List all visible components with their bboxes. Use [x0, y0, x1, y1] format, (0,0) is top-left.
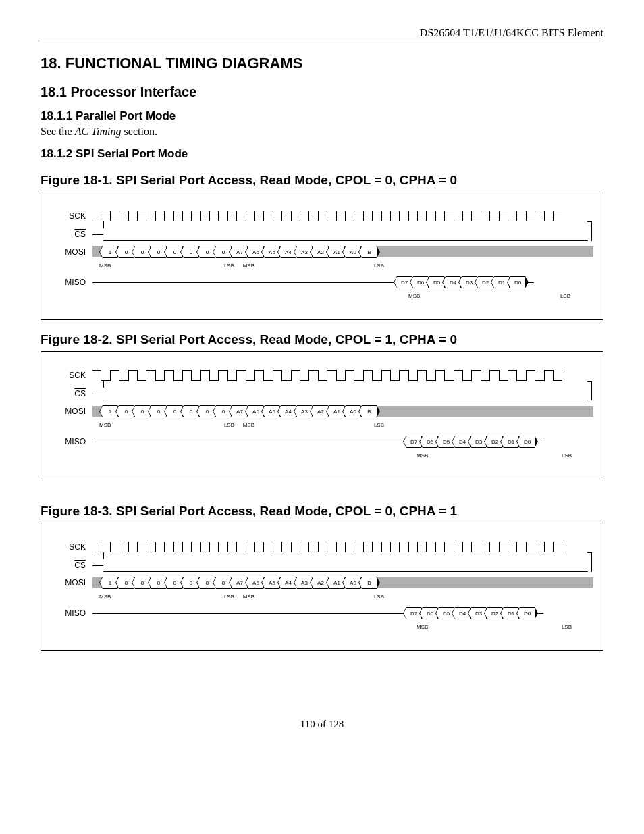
miso-sublabels: MSB LSB	[51, 293, 593, 299]
body-parallel: See the AC Timing section.	[41, 126, 603, 138]
link-ac-timing: AC Timing	[75, 126, 122, 137]
miso-idle	[92, 442, 406, 442]
mosi-bus: 10000000A7A6A5A4A3A2A1A0B	[92, 577, 593, 588]
timing-diagram-1: SCK CS MOSI 10000000A7A6A5A4A3A2A1A0B MS…	[41, 192, 603, 320]
miso-idle	[92, 613, 406, 614]
cs-wave	[103, 228, 588, 241]
label-mosi: MOSI	[51, 247, 92, 257]
heading-18-1-2: 18.1.2 SPI Serial Port Mode	[41, 147, 603, 161]
sck-wave	[92, 209, 593, 224]
fig-18-2-caption: Figure 18-2. SPI Serial Port Access, Rea…	[41, 332, 603, 347]
miso-sublabels: MSB LSB	[51, 452, 593, 459]
cs-wave	[103, 388, 588, 400]
miso-bus: D7D6D5D4D3D2D1D0	[406, 607, 535, 619]
cs-lead	[92, 565, 103, 566]
page-header: DS26504 T1/E1/J1/64KCC BITS Element	[41, 27, 603, 41]
label-cs: CS	[51, 230, 92, 239]
sck-wave	[92, 368, 593, 383]
txt: See the	[41, 126, 75, 137]
mosi-sublabels: MSB LSB MSB LSB	[51, 263, 593, 269]
label-sck: SCK	[51, 371, 92, 380]
heading-18-1-1: 18.1.1 Parallel Port Mode	[41, 109, 603, 123]
label-cs: CS	[51, 389, 92, 398]
txt: section.	[122, 126, 157, 137]
mosi-sublabels: MSB LSB MSB LSB	[51, 594, 593, 600]
cs-lead	[92, 234, 103, 235]
miso-bus: D7D6D5D4D3D2D1D0	[396, 276, 526, 288]
fig-18-3-caption: Figure 18-3. SPI Serial Port Access, Rea…	[41, 504, 603, 519]
mosi-bus: 10000000A7A6A5A4A3A2A1A0B	[92, 246, 593, 257]
fig-18-1-caption: Figure 18-1. SPI Serial Port Access, Rea…	[41, 173, 603, 188]
miso-sublabels: MSB LSB	[51, 624, 593, 630]
mosi-sublabels: MSB LSB MSB LSB	[51, 422, 593, 428]
heading-18: 18. FUNCTIONAL TIMING DIAGRAMS	[41, 55, 603, 72]
label-sck: SCK	[51, 211, 92, 221]
timing-diagram-3: SCK CS MOSI 10000000A7A6A5A4A3A2A1A0B MS…	[41, 523, 603, 651]
cs-wave	[103, 559, 588, 572]
mosi-bus: 10000000A7A6A5A4A3A2A1A0B	[92, 406, 593, 417]
label-cs: CS	[51, 561, 92, 570]
label-miso: MISO	[51, 437, 92, 446]
heading-18-1: 18.1 Processor Interface	[41, 84, 603, 100]
timing-diagram-2: SCK CS MOSI 10000000A7A6A5A4A3A2A1A0B MS…	[41, 351, 603, 479]
cs-lead	[92, 394, 103, 394]
label-mosi: MOSI	[51, 578, 92, 588]
label-miso: MISO	[51, 278, 92, 287]
label-mosi: MOSI	[51, 407, 92, 416]
sck-wave	[92, 540, 593, 554]
page-footer: 110 of 128	[41, 719, 603, 757]
miso-idle	[92, 282, 396, 283]
label-miso: MISO	[51, 608, 92, 618]
miso-bus: D7D6D5D4D3D2D1D0	[406, 436, 535, 448]
label-sck: SCK	[51, 542, 92, 552]
